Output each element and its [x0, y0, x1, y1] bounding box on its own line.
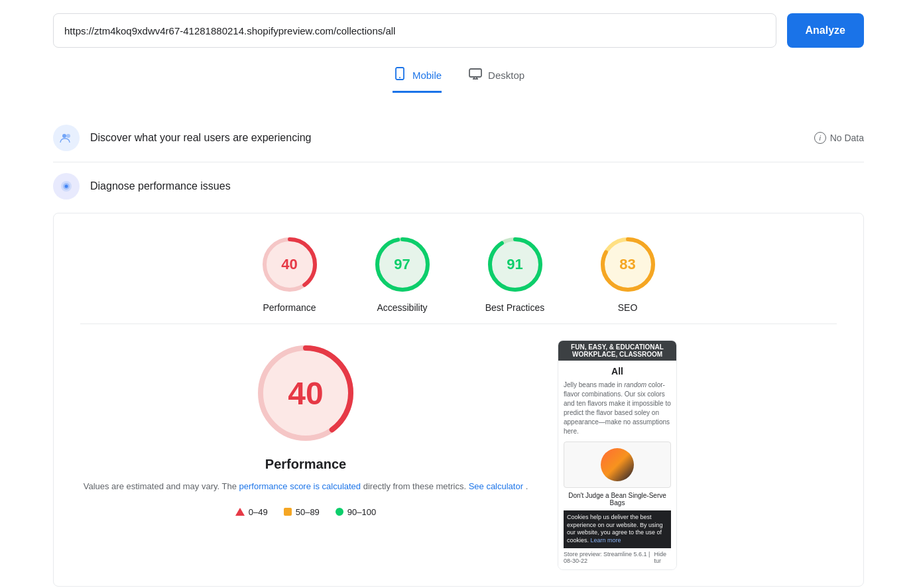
preview-content: All Jelly beans made in random color-fla… — [558, 361, 676, 569]
legend-mid-range: 50–89 — [296, 507, 320, 517]
diagnose-row: Diagnose performance issues — [53, 162, 864, 213]
score-circle-best-practices: 91 — [485, 235, 545, 294]
diagnose-icon — [53, 173, 80, 200]
perf-left: 40 Performance Values are estimated and … — [80, 340, 531, 570]
score-number-best-practices: 91 — [507, 256, 522, 273]
preview-product-image — [564, 441, 671, 488]
scores-row: 40 Performance 97 Accessibility — [80, 235, 837, 313]
analyze-button[interactable]: Analyze — [787, 13, 864, 48]
tab-desktop[interactable]: Desktop — [468, 66, 524, 93]
performance-description: Values are estimated and may vary. The p… — [80, 480, 531, 494]
svg-rect-2 — [469, 69, 481, 77]
preview-description: Jelly beans made in random color-flavor … — [564, 381, 671, 436]
big-score-circle: 40 — [253, 340, 359, 446]
score-circle-accessibility: 97 — [373, 235, 432, 294]
preview-page-title: All — [564, 366, 671, 377]
score-circle-performance: 40 — [260, 235, 320, 294]
score-number-performance: 40 — [281, 256, 297, 273]
svg-point-10 — [65, 185, 68, 188]
score-label-best-practices: Best Practices — [485, 302, 544, 313]
tabs-row: Mobile Desktop — [53, 66, 864, 93]
legend-low: 0–49 — [235, 507, 268, 517]
performance-detail: 40 Performance Values are estimated and … — [80, 324, 837, 570]
product-image-circle — [601, 448, 634, 481]
preview-cookie-bar: Cookies help us deliver the best experie… — [564, 510, 671, 548]
preview-footer-right: Hide tur — [654, 551, 671, 564]
legend-low-range: 0–49 — [249, 507, 268, 517]
info-icon: i — [814, 132, 826, 144]
legend-square-icon — [284, 508, 292, 516]
real-users-icon — [53, 125, 80, 151]
legend-high: 90–100 — [336, 507, 376, 517]
preview-product-name: Don't Judge a Bean Single-Serve Bags — [564, 492, 671, 506]
score-label-performance: Performance — [263, 302, 316, 313]
score-item-performance[interactable]: 40 Performance — [260, 235, 320, 313]
mobile-icon — [393, 66, 407, 84]
no-data-badge: i No Data — [814, 132, 864, 144]
tab-mobile-label: Mobile — [412, 70, 442, 81]
see-calculator-link[interactable]: See calculator — [469, 481, 523, 491]
legend-high-range: 90–100 — [347, 507, 376, 517]
real-users-section: Discover what your real users are experi… — [53, 114, 864, 162]
score-item-best-practices[interactable]: 91 Best Practices — [485, 235, 545, 313]
preview-footer-left: Store preview: Streamline 5.6.1 | 08-30-… — [564, 551, 654, 564]
real-users-title: Discover what your real users are experi… — [90, 132, 804, 144]
legend-triangle-icon — [235, 508, 245, 516]
score-item-seo[interactable]: 83 SEO — [598, 235, 658, 313]
svg-point-6 — [62, 134, 66, 138]
diagnose-title: Diagnose performance issues — [90, 180, 231, 192]
perf-calc-link[interactable]: performance score is calculated — [239, 481, 361, 491]
preview-panel: FUN, EASY, & EDUCATIONAL WORKPLACE, CLAS… — [558, 340, 677, 570]
tab-desktop-label: Desktop — [488, 70, 524, 81]
svg-point-7 — [66, 134, 70, 138]
legend-mid: 50–89 — [284, 507, 320, 517]
score-item-accessibility[interactable]: 97 Accessibility — [373, 235, 432, 313]
big-score-number: 40 — [288, 375, 323, 412]
score-number-seo: 83 — [619, 256, 635, 273]
no-data-label: No Data — [830, 133, 864, 143]
cookie-learn-more[interactable]: Learn more — [591, 537, 621, 544]
tab-mobile[interactable]: Mobile — [393, 66, 442, 93]
score-number-accessibility: 97 — [394, 256, 410, 273]
svg-point-1 — [399, 77, 400, 78]
legend-row: 0–49 50–89 90–100 — [80, 507, 531, 517]
url-input[interactable] — [53, 13, 776, 48]
performance-title: Performance — [80, 457, 531, 472]
url-bar-row: Analyze — [53, 13, 864, 48]
preview-top-bar: FUN, EASY, & EDUCATIONAL WORKPLACE, CLAS… — [558, 341, 676, 361]
desktop-icon — [468, 66, 483, 84]
legend-circle-icon — [336, 508, 343, 516]
score-label-seo: SEO — [618, 302, 638, 313]
score-label-accessibility: Accessibility — [377, 302, 427, 313]
preview-footer: Store preview: Streamline 5.6.1 | 08-30-… — [564, 551, 671, 564]
score-circle-seo: 83 — [598, 235, 658, 294]
scores-card: 40 Performance 97 Accessibility — [53, 213, 864, 587]
